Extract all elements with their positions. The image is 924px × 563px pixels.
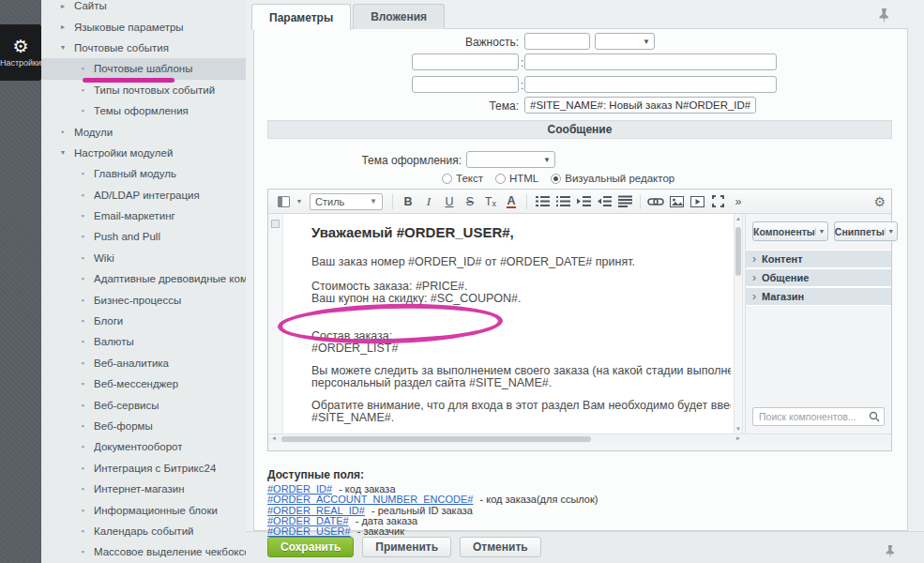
component-search-input[interactable] (752, 407, 885, 426)
form-panel: Важность: ▼ : : Тема: Сообщение Тема офо… (253, 28, 908, 531)
sidebar-menu-item[interactable]: ▪ Темы оформления (41, 100, 246, 121)
importance-input[interactable] (524, 33, 590, 50)
scroll-up-icon[interactable]: ▲ (735, 216, 741, 221)
sidebar-menu-item[interactable]: ▪ Интернет-магазин (41, 479, 246, 499)
sidebar-menu-item[interactable]: ▪ Календарь событий (41, 521, 246, 541)
extra-field-name-input-1[interactable] (412, 53, 519, 70)
components-panel-button[interactable]: Компоненты ▼ (752, 221, 828, 241)
ordered-list-icon[interactable] (533, 192, 552, 211)
sidebar-menu-item[interactable]: ▪ Блоги (41, 311, 246, 331)
style-select[interactable]: Стиль ▼ (310, 193, 383, 210)
menu-item-label: AD/LDAP интеграция (94, 190, 200, 201)
sidebar-menu-item[interactable]: ▸ Сайты (41, 0, 246, 16)
menu-item-label: Календарь событий (94, 525, 193, 537)
bold-button[interactable]: B (399, 192, 417, 211)
main-content: Параметры Вложения Важность: ▼ : : Тема:… (246, 0, 924, 563)
scrollbar-thumb[interactable] (281, 436, 591, 442)
tab-label: Параметры (269, 11, 333, 24)
available-field-row: #ORDER_USER# - заказчик (267, 526, 598, 537)
importance-select[interactable]: ▼ (595, 33, 655, 50)
sidebar-menu-item[interactable]: ▪ Типы почтовых событий (41, 80, 246, 100)
sidebar-menu-item[interactable]: ▪ Почтовые шаблоны (41, 58, 246, 79)
subject-input[interactable] (524, 97, 756, 114)
editor-settings-gear-icon[interactable]: ⚙ (873, 194, 886, 209)
field-code-link[interactable]: #ORDER_ID# (267, 483, 332, 495)
sidebar-menu-item[interactable]: ▪ Push and Pull (41, 226, 246, 247)
italic-button[interactable]: I (419, 192, 438, 211)
components-panel-button[interactable]: Сниппеты ▼ (834, 221, 898, 241)
apply-button[interactable]: Применить (362, 537, 451, 557)
link-icon[interactable] (646, 192, 665, 211)
sidebar-menu-item[interactable]: ▪ Адаптивные древовидные комментарии н (41, 268, 246, 289)
sidebar-menu-item[interactable]: ▪ Веб-формы (41, 416, 246, 436)
sidebar-menu-item[interactable]: ▪ Wiki (41, 248, 246, 268)
sidebar-menu-item[interactable]: ▪ AD/LDAP интеграция (41, 185, 246, 205)
field-code-link[interactable]: #ORDER_REAL_ID# (267, 505, 365, 516)
save-button[interactable]: Сохранить (267, 537, 354, 557)
cancel-button[interactable]: Отменить (460, 537, 541, 557)
pin-icon[interactable] (878, 8, 890, 28)
unordered-list-icon[interactable] (553, 192, 572, 211)
field-code-link[interactable]: #ORDER_ACCOUNT_NUMBER_ENCODE# (267, 494, 473, 505)
sidebar-menu-item[interactable]: ▪ Массовое выделение чекбоксов (41, 541, 246, 562)
scroll-right-icon[interactable]: ► (735, 435, 741, 441)
accordion-section[interactable]: › Магазин (746, 287, 891, 306)
sidebar-menu-item[interactable]: ▪ Модули (41, 121, 246, 142)
panel-toggle-arrow[interactable]: ▼ (295, 192, 304, 211)
sidebar-menu-item[interactable]: ▪ Интеграция с Битрикс24 (41, 458, 246, 479)
scroll-down-icon[interactable]: ▼ (735, 426, 741, 432)
sidebar-menu-item[interactable]: ▸ Языковые параметры (41, 16, 246, 37)
clear-format-button[interactable]: Tx (481, 192, 500, 211)
accordion-section[interactable]: › Общение (746, 268, 891, 287)
font-color-button[interactable]: A (502, 192, 521, 211)
tab[interactable]: Вложения (353, 4, 445, 29)
tab-label: Вложения (371, 10, 427, 23)
fullscreen-icon[interactable] (708, 192, 727, 211)
accordion-section[interactable]: › Контент (746, 250, 891, 268)
editor-gutter (268, 214, 283, 434)
menu-item-label: Информационные блоки (94, 505, 218, 516)
menu-item-label: Интернет-магазин (94, 483, 185, 495)
sidebar-menu-item[interactable]: ▾ Настройки модулей (41, 143, 246, 163)
outdent-icon[interactable] (595, 192, 613, 211)
scroll-left-icon[interactable]: ◄ (271, 435, 277, 441)
sidebar-menu-item[interactable]: ▾ Почтовые события (41, 38, 246, 58)
scrollbar-thumb[interactable] (735, 227, 741, 276)
editor-mode-radio[interactable]: Текст (442, 173, 483, 184)
settings-nav-tile[interactable]: ⚙ Настройки (0, 24, 41, 81)
editor-mode-radio[interactable]: HTML (495, 173, 538, 184)
editor-mode-radio[interactable]: Визуальный редактор (551, 173, 674, 184)
available-fields-title: Доступные поля: (267, 468, 364, 481)
extra-field-value-input-2[interactable] (524, 76, 777, 93)
sidebar-menu-item[interactable]: ▪ Валюты (41, 331, 246, 352)
field-code-link[interactable]: #ORDER_USER# (267, 525, 351, 537)
editor-block-handle-icon[interactable] (271, 220, 280, 228)
sidebar-menu-item[interactable]: ▪ Документооборот (41, 436, 246, 457)
more-tools-button[interactable]: » (729, 192, 748, 211)
panel-toggle-button[interactable] (274, 192, 293, 211)
settings-nav-label: Настройки (0, 58, 41, 68)
editor-horizontal-scrollbar[interactable]: ◄ ► (268, 434, 891, 443)
video-icon[interactable] (688, 192, 706, 211)
menu-item-marker-icon: ▪ (76, 169, 89, 178)
underline-button[interactable]: U (440, 192, 459, 211)
sidebar-menu-item[interactable]: ▪ Email-маркетинг (41, 205, 246, 226)
sidebar-menu-item[interactable]: ▪ Веб-мессенджер (41, 373, 246, 394)
extra-field-name-input-2[interactable] (412, 76, 519, 93)
extra-field-value-input-1[interactable] (524, 53, 777, 70)
sidebar-menu-item[interactable]: ▪ Информационные блоки (41, 499, 246, 520)
design-theme-select[interactable]: ▼ (466, 151, 555, 168)
editor-vertical-scrollbar[interactable]: ▲ ▼ (734, 214, 742, 434)
align-icon[interactable] (615, 192, 634, 211)
sidebar-menu-item[interactable]: ▪ Главный модуль (41, 163, 246, 184)
sidebar-menu-item[interactable]: ▪ Бизнес-процессы (41, 289, 246, 310)
tab[interactable]: Параметры (251, 4, 351, 30)
sidebar-menu-item[interactable]: ▪ Веб-аналитика (41, 353, 246, 373)
sidebar-menu-item[interactable]: ▪ Веб-сервисы (41, 394, 246, 415)
editor-text-area[interactable]: Уважаемый #ORDER_USER#, Ваш заказ номер … (268, 214, 743, 434)
image-icon[interactable] (667, 192, 686, 211)
indent-icon[interactable] (574, 192, 593, 211)
strikethrough-button[interactable]: S (461, 192, 479, 211)
pin-icon[interactable] (885, 544, 896, 563)
field-code-link[interactable]: #ORDER_DATE# (267, 515, 349, 526)
